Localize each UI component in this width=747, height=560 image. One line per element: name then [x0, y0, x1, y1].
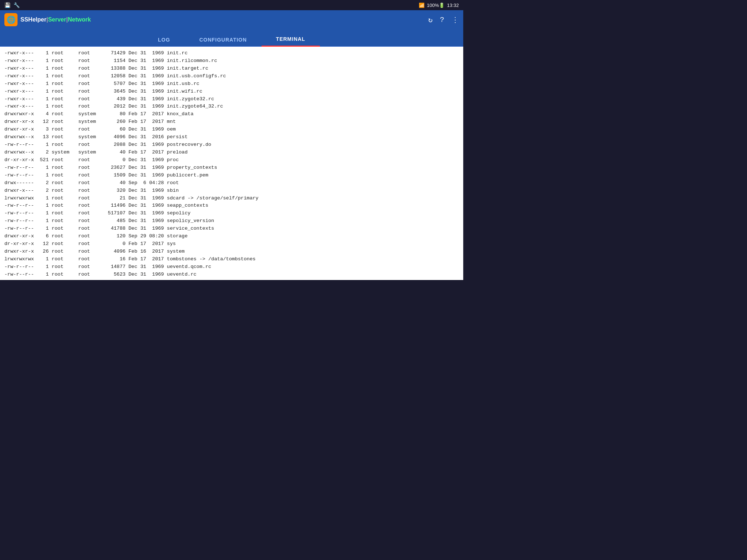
file-row[interactable]: -rw-r--r-- 1 root root 2088 Dec 31 1969 …	[4, 141, 459, 149]
app-title: SSHelper|Server|Network	[20, 16, 91, 23]
file-row[interactable]: drwxr-xr-x 26 root root 4096 Feb 16 2017…	[4, 248, 459, 256]
file-row[interactable]: -rwxr-x--- 1 root root 1154 Dec 31 1969 …	[4, 57, 459, 65]
file-row[interactable]: lrwxrwxrwx 1 root root 21 Dec 31 1969 sd…	[4, 195, 459, 202]
menu-icon[interactable]: ⋮	[452, 15, 459, 24]
file-row[interactable]: dr-xr-xr-x 12 root root 0 Feb 17 2017 sy…	[4, 240, 459, 248]
file-row[interactable]: lrwxrwxrwx 1 root root 14 Dec 31 1969 ve…	[4, 279, 459, 280]
file-row[interactable]: -rwxr-x--- 1 root root 2012 Dec 31 1969 …	[4, 103, 459, 110]
wifi-icon: 📶	[419, 3, 425, 8]
app-bar-icons: ↻ ? ⋮	[428, 15, 459, 24]
file-row[interactable]: dr-xr-xr-x 521 root root 0 Dec 31 1969 p…	[4, 156, 459, 164]
file-row[interactable]: drwxrwxr-x 4 root system 80 Feb 17 2017 …	[4, 110, 459, 118]
file-row[interactable]: -rwxr-x--- 1 root root 5707 Dec 31 1969 …	[4, 80, 459, 88]
tab-bar: LOG CONFIGURATION TERMINAL	[0, 29, 463, 47]
battery-status: 100%🔋	[427, 3, 445, 8]
app-title-network: Network	[68, 16, 91, 23]
tab-terminal[interactable]: TERMINAL	[262, 32, 320, 47]
file-row[interactable]: -rw-r--r-- 1 root root 517107 Dec 31 196…	[4, 210, 459, 217]
file-row[interactable]: -rw-r--r-- 1 root root 11496 Dec 31 1969…	[4, 202, 459, 210]
file-row[interactable]: drwxr-xr-x 6 root root 120 Sep 29 08:20 …	[4, 233, 459, 240]
status-left: 💾 🔧	[4, 2, 20, 8]
file-row[interactable]: drwxrwx--x 2 system system 40 Feb 17 201…	[4, 149, 459, 156]
file-row[interactable]: drwxr-xr-x 3 root root 60 Dec 31 1969 oe…	[4, 126, 459, 133]
file-row[interactable]: -rw-r--r-- 1 root root 14877 Dec 31 1969…	[4, 263, 459, 271]
file-row[interactable]: -rw-r--r-- 1 root root 41788 Dec 31 1969…	[4, 225, 459, 233]
tab-log[interactable]: LOG	[143, 33, 185, 46]
app-bar: 🌐 SSHelper|Server|Network ↻ ? ⋮	[0, 10, 463, 29]
save-icon: 💾	[4, 2, 11, 8]
tab-configuration[interactable]: CONFIGURATION	[185, 33, 261, 46]
file-row[interactable]: -rw-r--r-- 1 root root 5623 Dec 31 1969 …	[4, 271, 459, 279]
file-row[interactable]: -rw-r--r-- 1 root root 1509 Dec 31 1969 …	[4, 172, 459, 179]
file-row[interactable]: drwxrwx--x 13 root system 4096 Dec 31 20…	[4, 133, 459, 141]
file-row[interactable]: -rwxr-x--- 1 root root 13388 Dec 31 1969…	[4, 65, 459, 73]
file-row[interactable]: -rwxr-x--- 1 root root 71429 Dec 31 1969…	[4, 50, 459, 57]
app-title-sshelper: SSHelper	[20, 16, 46, 23]
status-bar: 💾 🔧 📶 100%🔋 13:32	[0, 0, 463, 10]
file-row[interactable]: -rw-r--r-- 1 root root 23627 Dec 31 1969…	[4, 164, 459, 172]
file-row[interactable]: drwxr-x--- 2 root root 320 Dec 31 1969 s…	[4, 187, 459, 195]
file-row[interactable]: -rwxr-x--- 1 root root 12058 Dec 31 1969…	[4, 73, 459, 80]
file-row[interactable]: -rwxr-x--- 1 root root 439 Dec 31 1969 i…	[4, 96, 459, 103]
tool-icon: 🔧	[13, 2, 20, 8]
file-row[interactable]: -rwxr-x--- 1 root root 3645 Dec 31 1969 …	[4, 88, 459, 96]
help-icon[interactable]: ?	[440, 16, 444, 24]
file-row[interactable]: lrwxrwxrwx 1 root root 16 Feb 17 2017 to…	[4, 256, 459, 263]
time-display: 13:32	[447, 3, 459, 8]
terminal-output[interactable]: -rwxr-x--- 1 root root 71429 Dec 31 1969…	[0, 47, 463, 280]
refresh-icon[interactable]: ↻	[428, 15, 433, 24]
status-right: 📶 100%🔋 13:32	[419, 3, 459, 8]
file-row[interactable]: drwx------ 2 root root 40 Sep 6 04:28 ro…	[4, 179, 459, 187]
file-row[interactable]: drwxr-xr-x 12 root system 260 Feb 17 201…	[4, 118, 459, 126]
app-title-server: Server	[48, 16, 66, 23]
app-logo: 🌐	[4, 13, 18, 26]
file-row[interactable]: -rw-r--r-- 1 root root 485 Dec 31 1969 s…	[4, 217, 459, 225]
